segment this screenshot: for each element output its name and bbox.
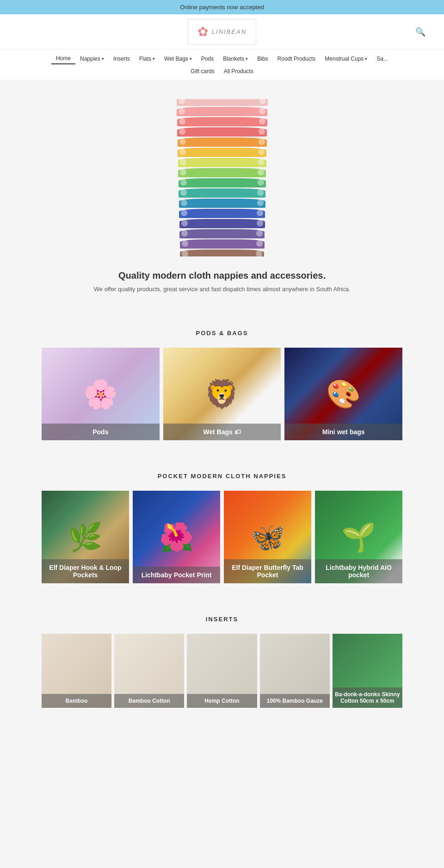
cloth-layer-5 [178,137,267,147]
cloth-layer-7 [178,158,266,167]
cloth-layer-15 [180,239,265,249]
announcement-text: Online payments now accepted [180,4,264,11]
bamboo-gauze-label: 100% Bamboo Gauze [260,694,330,708]
cloth-layer-13 [179,219,265,228]
hero-title: Quality modern cloth nappies and accesso… [118,270,326,281]
bamboo-cotton-label: Bamboo Cotton [114,694,184,708]
cloth-layer-1 [177,99,268,106]
pocket-nappies-grid: 🌿 Elf Diaper Hook & Loop Pockets 🌺 Licht… [42,491,402,583]
nav-item-bibs[interactable]: Bibs [253,54,272,64]
cloth-layer-10 [179,188,265,198]
hero-section: Quality modern cloth nappies and accesso… [0,81,444,306]
nav-item-home[interactable]: Home [51,53,75,64]
bamboo-label: Bamboo [42,694,111,708]
product-card-elf-hooklop[interactable]: 🌿 Elf Diaper Hook & Loop Pockets [42,491,129,583]
product-card-badonk[interactable]: Ba-donk-a-donks Skinny Cotton 50cm x 50c… [333,634,402,708]
header-right: 🔍 [290,27,426,37]
nav-item-menstrual[interactable]: Menstrual Cups ▾ [320,54,372,64]
product-card-lichtbaby-print[interactable]: 🌺 Lichtbaby Pocket Print [133,491,220,583]
search-button[interactable]: 🔍 [415,27,426,37]
main-nav: Home Nappies ▾ Inserts Flats ▾ Wet Bags … [0,50,444,81]
logo-box[interactable]: ✿ LINIBEAN [188,19,256,44]
cloth-layer-9 [179,178,266,187]
lichtbaby-hybrid-label: Lichtbaby Hybrid AIO pocket [315,559,402,583]
product-card-pods[interactable]: 🌸 Pods [42,348,160,440]
cloth-layer-8 [178,168,266,177]
nav-item-pods[interactable]: Pods [197,54,218,64]
cloth-layer-6 [178,148,266,157]
pocket-nappies-title: POCKET MODERN CLOTH NAPPIES [9,473,435,480]
hero-subtitle: We offer quality products, great service… [94,286,350,293]
cloth-layer-14 [179,229,265,238]
nav-item-allproducts[interactable]: All Products [219,66,258,76]
nav-item-giftcards[interactable]: Gift cards [186,66,219,76]
chevron-down-icon-blankets: ▾ [246,56,248,61]
pods-bags-grid: 🌸 Pods 🦁 Wet Bags 🏷 🎨 Mini wet bags [42,348,402,440]
product-card-miniwetbags[interactable]: 🎨 Mini wet bags [284,348,402,440]
product-card-hemp-cotton[interactable]: Hemp Cotton [187,634,257,708]
product-card-wetbags[interactable]: 🦁 Wet Bags 🏷 [163,348,281,440]
cloth-layer-2 [177,107,267,116]
chevron-down-icon-menstrual: ▾ [365,56,367,61]
pods-bags-section: PODS & BAGS 🌸 Pods 🦁 Wet Bags 🏷 🎨 Mini w… [0,306,444,450]
product-card-elf-butterfly[interactable]: 🦋 Elf Diaper Butterfly Tab Pocket [224,491,311,583]
hero-image [157,99,287,256]
pods-label: Pods [42,424,160,440]
elf-butterfly-label: Elf Diaper Butterfly Tab Pocket [224,559,311,583]
elf-hooklop-label: Elf Diaper Hook & Loop Pockets [42,559,129,583]
product-card-lichtbaby-hybrid[interactable]: 🌱 Lichtbaby Hybrid AIO pocket [315,491,402,583]
announcement-bar: Online payments now accepted [0,0,444,14]
nav-item-roodt[interactable]: Roodt Products [273,54,321,64]
inserts-grid: Bamboo Bamboo Cotton Hemp Cotton 100% Ba… [42,634,402,708]
inserts-title: INSERTS [9,616,435,623]
chevron-down-icon-flats: ▾ [153,56,155,61]
nav-item-wetbags[interactable]: Wet Bags ▾ [160,54,197,64]
chevron-down-icon: ▾ [102,56,104,61]
nav-item-blankets[interactable]: Blankets ▾ [218,54,253,64]
nav-item-sa[interactable]: Sa... [372,54,393,64]
pods-bags-title: PODS & BAGS [9,330,435,337]
cloth-layer-4 [177,127,267,137]
product-card-bamboo[interactable]: Bamboo [42,634,111,708]
nav-item-inserts[interactable]: Inserts [109,54,135,64]
inserts-section: INSERTS Bamboo Bamboo Cotton Hemp Cotton… [0,593,444,717]
nav-row-2: Gift cards All Products [0,66,444,80]
hemp-cotton-label: Hemp Cotton [187,694,257,708]
miniwetbags-label: Mini wet bags [284,424,402,440]
nav-item-nappies[interactable]: Nappies ▾ [75,54,109,64]
lichtbaby-print-label: Lichtbaby Pocket Print [133,567,220,583]
badonk-label: Ba-donk-a-donks Skinny Cotton 50cm x 50c… [333,687,402,708]
cloth-nappies-stack [169,99,275,256]
nav-item-flats[interactable]: Flats ▾ [135,54,160,64]
logo-name: LINIBEAN [212,28,247,35]
cloth-layer-12 [179,209,265,218]
pocket-nappies-section: POCKET MODERN CLOTH NAPPIES 🌿 Elf Diaper… [0,450,444,593]
nav-row-1: Home Nappies ▾ Inserts Flats ▾ Wet Bags … [0,50,444,66]
cloth-layer-3 [177,117,267,126]
product-card-bamboo-cotton[interactable]: Bamboo Cotton [114,634,184,708]
logo-container[interactable]: ✿ LINIBEAN [154,19,290,44]
product-card-bamboo-gauze[interactable]: 100% Bamboo Gauze [260,634,330,708]
header: ✿ LINIBEAN 🔍 [0,14,444,50]
logo-icon: ✿ [197,24,208,39]
wetbags-label: Wet Bags 🏷 [163,424,281,440]
chevron-down-icon-wetbags: ▾ [190,56,192,61]
cloth-layer-11 [179,199,265,208]
cloth-layer-16 [180,250,264,256]
